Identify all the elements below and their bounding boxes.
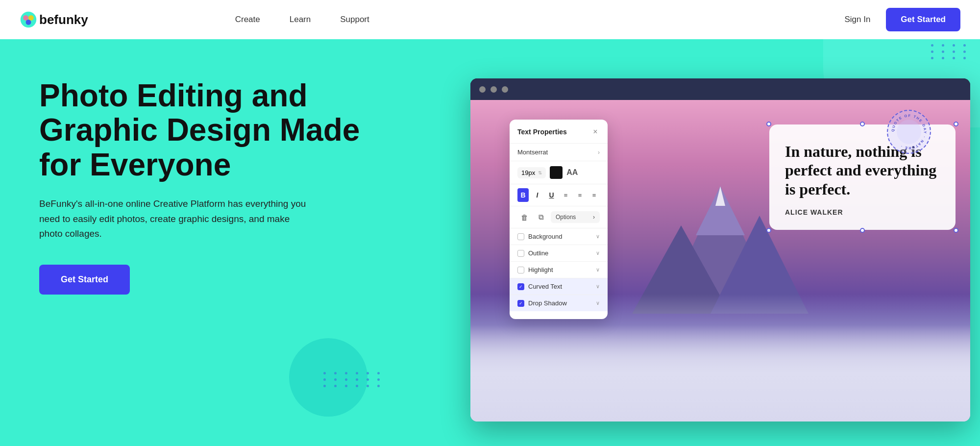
nav-links: Create Learn Support xyxy=(235,15,369,25)
dot xyxy=(931,57,933,59)
text-tools-row: 🗑 ⧉ Options › xyxy=(510,206,608,228)
logo[interactable]: befunky xyxy=(20,11,88,28)
svg-point-2 xyxy=(28,15,34,21)
hero-title: Photo Editing and Graphic Design Made fo… xyxy=(39,78,372,182)
nav-support[interactable]: Support xyxy=(340,15,369,24)
highlight-checkbox[interactable] xyxy=(517,267,524,273)
selection-handle xyxy=(860,228,865,233)
align-left-button[interactable]: ≡ xyxy=(560,188,571,202)
text-format-row: B I U ≡ ≡ ≡ xyxy=(510,184,608,206)
hero-cta-button[interactable]: Get Started xyxy=(39,265,130,295)
navbar: befunky Create Learn Support Sign In Get… xyxy=(0,0,980,39)
align-center-button[interactable]: ≡ xyxy=(574,188,586,202)
dot xyxy=(377,378,380,381)
dot xyxy=(377,372,380,374)
highlight-option-label-row: Highlight xyxy=(517,266,553,273)
dots-grid-right xyxy=(931,44,970,59)
outline-chevron-icon: ∨ xyxy=(596,250,600,256)
selection-handle xyxy=(860,122,865,126)
curved-text-option-label: Curved Text xyxy=(528,283,562,290)
dot xyxy=(377,385,380,387)
underline-button[interactable]: U xyxy=(546,188,557,202)
size-arrows-icon: ⇅ xyxy=(538,170,542,175)
browser-dot-3 xyxy=(502,86,508,93)
italic-button[interactable]: I xyxy=(532,188,543,202)
background-option-label-row: Background xyxy=(517,233,562,240)
dot xyxy=(356,385,358,387)
dot xyxy=(963,50,966,53)
dot xyxy=(953,50,955,53)
highlight-option-row[interactable]: Highlight ∨ xyxy=(510,262,608,278)
text-case-icon[interactable]: AA xyxy=(566,168,578,177)
curved-text-checkbox[interactable]: ✓ xyxy=(517,283,524,290)
svg-point-3 xyxy=(26,20,31,25)
font-size-value: 19px xyxy=(521,169,535,176)
color-swatch[interactable] xyxy=(550,166,563,179)
panel-title: Text Properties xyxy=(517,128,567,136)
dot xyxy=(356,372,358,374)
text-properties-panel: Text Properties × Montserrat › 19px ⇅ xyxy=(510,120,608,319)
drop-shadow-checkbox[interactable]: ✓ xyxy=(517,300,524,307)
options-button[interactable]: Options › xyxy=(551,211,600,223)
outline-option-label-row: Outline xyxy=(517,249,548,257)
selection-handle xyxy=(766,122,771,126)
font-name-label: Montserrat xyxy=(517,149,548,156)
options-label: Options xyxy=(556,214,576,221)
dot xyxy=(367,378,369,381)
logo-icon xyxy=(20,11,37,28)
dot xyxy=(942,57,944,59)
dot xyxy=(334,378,337,381)
dot xyxy=(345,372,347,374)
dots-grid xyxy=(323,372,384,387)
dot xyxy=(953,44,955,47)
dot xyxy=(367,372,369,374)
dot xyxy=(931,44,933,47)
dot xyxy=(931,50,933,53)
dot xyxy=(345,385,347,387)
dot xyxy=(356,378,358,381)
drop-shadow-chevron-icon: ∨ xyxy=(596,300,600,306)
dot xyxy=(963,57,966,59)
outline-option-label: Outline xyxy=(528,249,548,257)
font-chevron-icon: › xyxy=(598,149,600,156)
curved-text-option-label-row: ✓ Curved Text xyxy=(517,283,562,290)
dot xyxy=(942,44,944,47)
dot xyxy=(942,50,944,53)
browser-content: QUOTE OF THE DAY · NATURE · In nature, n… xyxy=(470,100,970,421)
options-chevron-icon: › xyxy=(593,214,595,221)
quote-author: ALICE WALKER xyxy=(785,208,940,216)
font-size-input[interactable]: 19px ⇅ xyxy=(517,167,546,178)
duplicate-icon[interactable]: ⧉ xyxy=(534,210,548,224)
dot xyxy=(334,385,337,387)
background-option-label: Background xyxy=(528,233,562,240)
nav-learn[interactable]: Learn xyxy=(290,15,311,24)
drop-shadow-option-label-row: ✓ Drop Shadow xyxy=(517,299,567,307)
background-option-row[interactable]: Background ∨ xyxy=(510,228,608,245)
outline-option-row[interactable]: Outline ∨ xyxy=(510,245,608,262)
nav-create[interactable]: Create xyxy=(235,15,260,24)
dot xyxy=(323,372,326,374)
quote-card: QUOTE OF THE DAY · NATURE · In nature, n… xyxy=(769,124,956,230)
dot xyxy=(953,57,955,59)
align-right-button[interactable]: ≡ xyxy=(588,188,600,202)
font-size-row: 19px ⇅ AA xyxy=(510,161,608,184)
svg-point-1 xyxy=(23,15,28,21)
bold-button[interactable]: B xyxy=(517,188,529,202)
navbar-get-started-button[interactable]: Get Started xyxy=(886,8,960,31)
delete-icon[interactable]: 🗑 xyxy=(517,210,531,224)
dot xyxy=(345,378,347,381)
hero-right: QUOTE OF THE DAY · NATURE · In nature, n… xyxy=(441,69,980,446)
curved-text-option-row[interactable]: ✓ Curved Text ∨ xyxy=(510,278,608,295)
background-checkbox[interactable] xyxy=(517,233,524,240)
dot xyxy=(323,385,326,387)
highlight-chevron-icon: ∨ xyxy=(596,267,600,273)
browser-bar xyxy=(470,78,970,100)
sign-in-link[interactable]: Sign In xyxy=(844,15,870,25)
panel-close-button[interactable]: × xyxy=(591,127,600,136)
font-selector-row[interactable]: Montserrat › xyxy=(510,144,608,161)
drop-shadow-option-row[interactable]: ✓ Drop Shadow ∨ xyxy=(510,295,608,311)
outline-checkbox[interactable] xyxy=(517,250,524,257)
svg-point-10 xyxy=(897,120,921,144)
dot xyxy=(963,44,966,47)
hero-subtitle: BeFunky's all-in-one online Creative Pla… xyxy=(39,197,314,241)
